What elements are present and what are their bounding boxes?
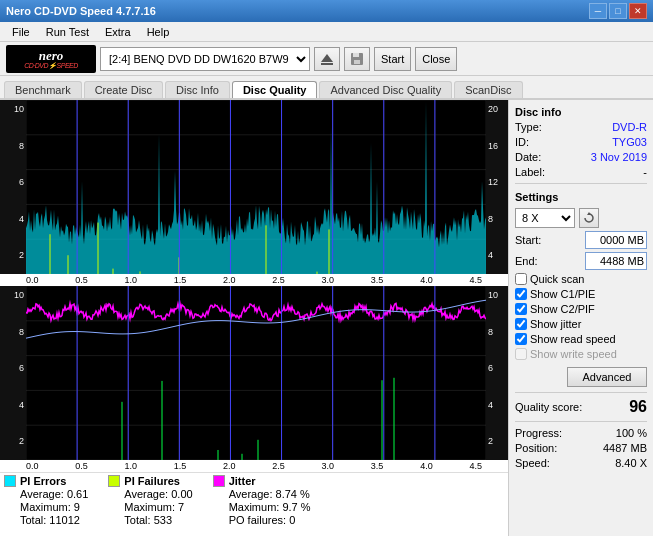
legend-pi-errors: PI Errors Average: 0.61 Maximum: 9 Total… [4,475,88,534]
speed-select[interactable]: 8 X [515,208,575,228]
menu-bar: File Run Test Extra Help [0,22,653,42]
chart1-y-left: 10 8 6 4 2 [0,100,26,274]
title-bar: Nero CD-DVD Speed 4.7.7.16 ─ □ ✕ [0,0,653,22]
legend-pi-errors-title: PI Errors [4,475,88,487]
show-c2pif-row: Show C2/PIF [515,303,647,315]
tab-create-disc[interactable]: Create Disc [84,81,163,98]
legend-pi-failures: PI Failures Average: 0.00 Maximum: 7 Tot… [108,475,192,534]
tab-disc-quality[interactable]: Disc Quality [232,81,318,98]
start-mb-input[interactable] [585,231,647,249]
pi-errors-color [4,475,16,487]
show-c1pie-label: Show C1/PIE [530,288,595,300]
quality-score-label: Quality score: [515,401,582,413]
end-mb-input[interactable] [585,252,647,270]
quick-scan-label: Quick scan [530,273,584,285]
svg-rect-3 [353,53,359,57]
right-panel: Disc info Type: DVD-R ID: TYG03 Date: 3 … [508,100,653,536]
chart2-wrapper: 10 8 6 4 2 10 8 6 4 2 [0,286,508,460]
save-icon-btn[interactable] [344,47,370,71]
tab-advanced-disc-quality[interactable]: Advanced Disc Quality [319,81,452,98]
tab-bar: Benchmark Create Disc Disc Info Disc Qua… [0,76,653,100]
chart1-canvas [26,100,486,274]
tab-benchmark[interactable]: Benchmark [4,81,82,98]
disc-type-row: Type: DVD-R [515,121,647,133]
drive-select[interactable]: [2:4] BENQ DVD DD DW1620 B7W9 [100,47,310,71]
close-button[interactable]: Close [415,47,457,71]
position-row: Position: 4487 MB [515,442,647,454]
speed-row: Speed: 8.40 X [515,457,647,469]
quick-scan-checkbox[interactable] [515,273,527,285]
show-c1pie-checkbox[interactable] [515,288,527,300]
start-button[interactable]: Start [374,47,411,71]
speed-settings-row: 8 X [515,208,647,228]
tab-scan-disc[interactable]: ScanDisc [454,81,522,98]
show-jitter-checkbox[interactable] [515,318,527,330]
chart2-x-axis: 0.00.51.01.52.02.53.03.54.04.5 [0,460,508,472]
disc-date-row: Date: 3 Nov 2019 [515,151,647,163]
divider1 [515,183,647,184]
main-content: 10 8 6 4 2 20 16 12 8 4 0.00.51.01.52.02… [0,100,653,536]
show-jitter-row: Show jitter [515,318,647,330]
show-write-speed-label: Show write speed [530,348,617,360]
show-jitter-label: Show jitter [530,318,581,330]
legend-jitter-title: Jitter [213,475,311,487]
pi-failures-color [108,475,120,487]
show-read-speed-checkbox[interactable] [515,333,527,345]
chart2-y-left: 10 8 6 4 2 [0,286,26,460]
minimize-button[interactable]: ─ [589,3,607,19]
show-c2pif-label: Show C2/PIF [530,303,595,315]
nero-logo: nero CD·DVD⚡SPEED [6,45,96,73]
menu-extra[interactable]: Extra [97,24,139,40]
chart1-wrapper: 10 8 6 4 2 20 16 12 8 4 [0,100,508,274]
show-read-speed-row: Show read speed [515,333,647,345]
menu-help[interactable]: Help [139,24,178,40]
disc-info-title: Disc info [515,106,647,118]
show-write-speed-checkbox[interactable] [515,348,527,360]
chart1-y-right: 20 16 12 8 4 [486,100,508,274]
chart2-canvas [26,286,486,460]
legend-pi-failures-title: PI Failures [108,475,192,487]
quality-score-value: 96 [629,398,647,416]
chart2-y-right: 10 8 6 4 2 [486,286,508,460]
quality-score-row: Quality score: 96 [515,398,647,416]
legend-area: PI Errors Average: 0.61 Maximum: 9 Total… [0,472,508,536]
menu-file[interactable]: File [4,24,38,40]
divider2 [515,392,647,393]
show-c2pif-checkbox[interactable] [515,303,527,315]
divider3 [515,421,647,422]
settings-refresh-btn[interactable] [579,208,599,228]
start-mb-row: Start: [515,231,647,249]
eject-icon-btn[interactable] [314,47,340,71]
advanced-button[interactable]: Advanced [567,367,647,387]
show-write-speed-row: Show write speed [515,348,647,360]
svg-rect-1 [321,63,333,65]
menu-run-test[interactable]: Run Test [38,24,97,40]
legend-jitter: Jitter Average: 8.74 % Maximum: 9.7 % PO… [213,475,311,534]
tab-disc-info[interactable]: Disc Info [165,81,230,98]
disc-id-row: ID: TYG03 [515,136,647,148]
show-c1pie-row: Show C1/PIE [515,288,647,300]
maximize-button[interactable]: □ [609,3,627,19]
disc-label-row: Label: - [515,166,647,178]
end-mb-row: End: [515,252,647,270]
progress-row: Progress: 100 % [515,427,647,439]
toolbar: nero CD·DVD⚡SPEED [2:4] BENQ DVD DD DW16… [0,42,653,76]
show-read-speed-label: Show read speed [530,333,616,345]
settings-title: Settings [515,191,647,203]
svg-marker-0 [321,54,333,62]
chart1-x-axis: 0.00.51.01.52.02.53.03.54.04.5 [0,274,508,286]
window-controls: ─ □ ✕ [589,3,647,19]
quick-scan-row: Quick scan [515,273,647,285]
svg-rect-4 [354,60,360,64]
app-title: Nero CD-DVD Speed 4.7.7.16 [6,5,156,17]
close-window-button[interactable]: ✕ [629,3,647,19]
jitter-color [213,475,225,487]
